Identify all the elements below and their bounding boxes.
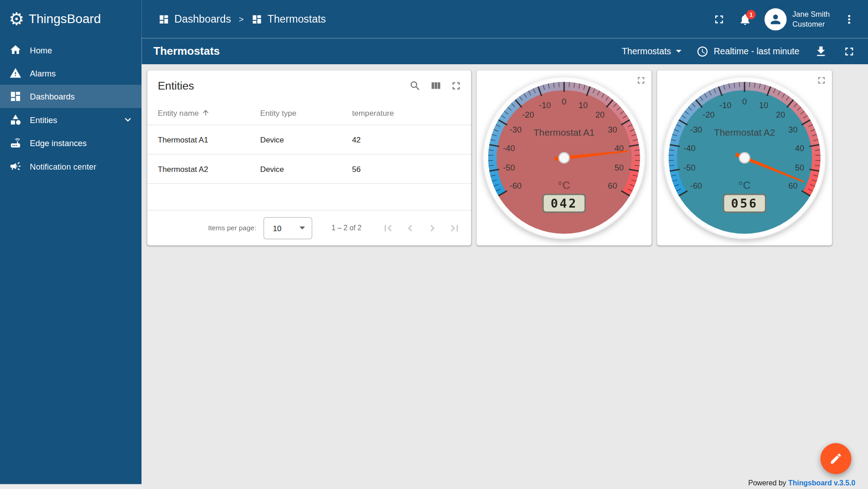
entities-table: Entity name Entity type temperature The bbox=[147, 101, 471, 184]
breadcrumb-dashboards[interactable]: Dashboards bbox=[158, 13, 231, 25]
thingsboard-version-link[interactable]: Thingsboard v.3.5.0 bbox=[788, 479, 855, 487]
dashboards-icon bbox=[251, 14, 262, 24]
svg-text:40: 40 bbox=[795, 143, 804, 153]
cell-temperature[interactable]: 56 bbox=[352, 154, 471, 183]
notification-badge: 1 bbox=[746, 9, 756, 19]
svg-text:-10: -10 bbox=[539, 100, 551, 110]
fullscreen-icon bbox=[450, 80, 462, 92]
widget-row: Entities bbox=[147, 71, 863, 246]
sidebar-scrollbar[interactable] bbox=[0, 484, 142, 489]
download-icon bbox=[814, 45, 827, 58]
clock-icon bbox=[697, 45, 709, 57]
items-per-page-label: Items per page: bbox=[208, 224, 256, 232]
svg-text:10: 10 bbox=[759, 100, 768, 110]
column-temperature[interactable]: temperature bbox=[352, 101, 471, 124]
powered-by-text: Powered by bbox=[748, 479, 786, 487]
sidebar-item-entities[interactable]: Entities bbox=[0, 108, 142, 131]
caret-down-icon bbox=[299, 227, 305, 229]
user-menu[interactable]: Jane Smith Customer bbox=[765, 8, 830, 30]
svg-text:-30: -30 bbox=[690, 125, 703, 134]
export-button[interactable] bbox=[814, 45, 827, 58]
svg-text:0: 0 bbox=[742, 97, 747, 106]
last-page-button[interactable] bbox=[443, 217, 466, 239]
first-page-button[interactable] bbox=[377, 217, 399, 239]
gauge-hub bbox=[739, 152, 750, 163]
sidebar-item-label: Home bbox=[30, 45, 52, 55]
edit-dashboard-fab[interactable] bbox=[821, 443, 852, 475]
svg-text:-60: -60 bbox=[509, 181, 522, 190]
caret-down-icon bbox=[676, 50, 681, 52]
dashboard-fullscreen-button[interactable] bbox=[843, 45, 856, 58]
dashboard-state-select[interactable]: Thermostats bbox=[622, 46, 682, 56]
notifications-button[interactable]: 1 bbox=[739, 13, 752, 26]
gauge-lcd-value: 042 bbox=[551, 196, 578, 210]
gauge-svg: -60-50-40-30-20-100102030405060Thermosta… bbox=[661, 75, 827, 241]
items-per-page-select[interactable]: 10 bbox=[264, 217, 312, 239]
avatar[interactable] bbox=[765, 8, 787, 30]
dashboard-content: Entities bbox=[142, 64, 868, 489]
table-row[interactable]: Thermostat A2 Device 56 bbox=[147, 154, 471, 183]
gauge-lcd-value: 056 bbox=[731, 196, 758, 210]
chevron-down-icon[interactable] bbox=[122, 114, 134, 126]
cell-entity-type[interactable]: Device bbox=[260, 125, 352, 154]
sidebar-item-edge-instances[interactable]: Edge instances bbox=[0, 131, 142, 154]
router-icon bbox=[9, 137, 22, 149]
thingsboard-logo[interactable]: ⚙ ThingsBoard bbox=[0, 0, 142, 38]
topbar: Dashboards > Thermostats 1 bbox=[142, 0, 868, 38]
sidebar-item-label: Notification center bbox=[30, 161, 96, 171]
more-menu-button[interactable] bbox=[843, 13, 856, 26]
thermostat-a1-gauge-card: -60-50-40-30-20-100102030405060Thermosta… bbox=[476, 71, 651, 246]
cell-temperature[interactable]: 42 bbox=[352, 125, 471, 154]
svg-text:-20: -20 bbox=[703, 110, 715, 119]
sidebar-item-notification-center[interactable]: Notification center bbox=[0, 155, 142, 178]
search-button[interactable] bbox=[409, 80, 421, 92]
sidebar-item-dashboards[interactable]: Dashboards bbox=[0, 85, 142, 108]
entities-widget-card: Entities bbox=[147, 71, 471, 246]
svg-text:-20: -20 bbox=[522, 110, 534, 119]
column-entity-type[interactable]: Entity type bbox=[260, 101, 352, 124]
megaphone-icon bbox=[9, 160, 22, 172]
pagination-controls bbox=[377, 217, 466, 239]
breadcrumb-label: Dashboards bbox=[175, 13, 231, 25]
breadcrumb-thermostats: Thermostats bbox=[251, 13, 326, 25]
widget-fullscreen-button[interactable] bbox=[450, 80, 462, 92]
thermostat-a2-gauge-card: -60-50-40-30-20-100102030405060Thermosta… bbox=[657, 71, 832, 246]
next-page-button[interactable] bbox=[421, 217, 443, 239]
sidebar-nav: Home Alarms Dashboards Entities Edge ins… bbox=[0, 38, 142, 484]
sidebar-item-label: Dashboards bbox=[30, 92, 75, 101]
sidebar-item-home[interactable]: Home bbox=[0, 38, 142, 61]
thingsboard-logo-icon: ⚙ bbox=[9, 10, 24, 28]
sidebar-item-label: Entities bbox=[30, 115, 57, 124]
sidebar-item-alarms[interactable]: Alarms bbox=[0, 62, 142, 85]
table-empty-space bbox=[147, 184, 471, 210]
svg-text:30: 30 bbox=[608, 125, 617, 134]
svg-text:20: 20 bbox=[595, 110, 604, 119]
breadcrumb-separator: > bbox=[239, 14, 244, 24]
table-row[interactable]: Thermostat A1 Device 42 bbox=[147, 125, 471, 154]
svg-text:-10: -10 bbox=[719, 100, 731, 110]
svg-text:30: 30 bbox=[788, 125, 797, 134]
gauge-title: Thermostat A2 bbox=[714, 127, 775, 138]
entities-card-actions bbox=[409, 80, 462, 92]
powered-by: Powered by Thingsboard v.3.5.0 bbox=[748, 479, 855, 487]
last-page-icon bbox=[448, 221, 461, 234]
toolbar-actions: Thermostats Realtime - last minute bbox=[622, 45, 856, 58]
column-entity-name[interactable]: Entity name bbox=[147, 101, 260, 124]
user-role: Customer bbox=[793, 19, 830, 28]
fullscreen-button[interactable] bbox=[712, 13, 726, 26]
svg-text:20: 20 bbox=[776, 110, 785, 119]
fullscreen-icon bbox=[712, 13, 726, 26]
cell-entity-name[interactable]: Thermostat A2 bbox=[147, 154, 260, 183]
gauge-units: °C bbox=[558, 179, 570, 191]
entities-card-title: Entities bbox=[158, 80, 194, 92]
cell-entity-type[interactable]: Device bbox=[260, 154, 352, 183]
svg-text:50: 50 bbox=[614, 163, 623, 172]
timewindow-button[interactable]: Realtime - last minute bbox=[697, 45, 799, 57]
warning-icon bbox=[9, 67, 22, 79]
thermostat-a1-gauge: -60-50-40-30-20-100102030405060Thermosta… bbox=[481, 75, 647, 241]
table-header-row: Entity name Entity type temperature bbox=[147, 101, 471, 124]
cell-entity-name[interactable]: Thermostat A1 bbox=[147, 125, 260, 154]
breadcrumb: Dashboards > Thermostats bbox=[158, 13, 326, 25]
columns-button[interactable] bbox=[429, 80, 442, 92]
previous-page-button[interactable] bbox=[399, 217, 421, 239]
